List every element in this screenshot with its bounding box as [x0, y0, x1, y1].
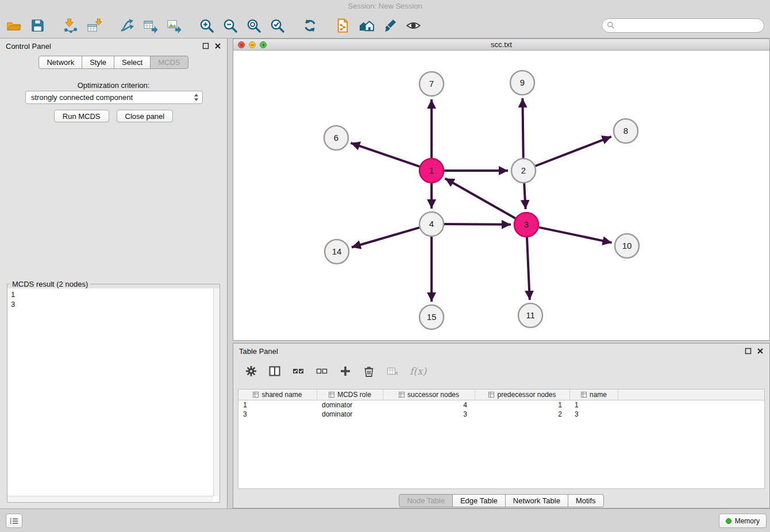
close-light-icon [240, 43, 244, 47]
graph-node-10[interactable]: 10 [615, 234, 639, 258]
graph-edge-2-9[interactable] [522, 98, 523, 158]
result-horizontal-scrollbar[interactable] [7, 496, 213, 502]
float-window-icon[interactable] [745, 348, 752, 354]
add-column-button[interactable] [339, 365, 352, 377]
column-type-icon [253, 392, 259, 398]
memory-button[interactable]: Memory [719, 514, 767, 528]
memory-status-icon [726, 518, 732, 524]
graph-canvas[interactable]: 7968124314101511 [233, 51, 769, 340]
column-header-label: successor nodes [407, 391, 459, 399]
run-mcds-button[interactable]: Run MCDS [54, 110, 109, 122]
tab-network-table[interactable]: Network Table [505, 494, 568, 507]
graph-edge-2-3[interactable] [524, 183, 525, 209]
graph-node-7[interactable]: 7 [419, 72, 444, 96]
tab-network[interactable]: Network [38, 56, 82, 69]
select-all-icon [292, 365, 305, 377]
close-panel-icon[interactable] [757, 348, 764, 354]
column-header-successor-nodes[interactable]: successor nodes [383, 390, 475, 400]
function-builder-button[interactable]: f(x) [410, 365, 426, 377]
column-header-shared-name[interactable]: shared name [238, 390, 317, 400]
mcds-result-list: 13 [7, 288, 220, 502]
split-view-button[interactable] [268, 365, 281, 377]
paint-button[interactable] [380, 16, 399, 34]
plus-icon [339, 365, 352, 377]
table-cell: 3 [570, 410, 618, 418]
graph-node-8[interactable]: 8 [614, 119, 638, 143]
float-window-icon[interactable] [202, 43, 209, 49]
graph-edge-4-3[interactable] [444, 224, 511, 225]
graph-node-1[interactable]: 1 [419, 159, 444, 183]
new-network-button[interactable] [117, 16, 136, 34]
criterion-select-value: strongly connected component [31, 93, 194, 102]
graph-edge-2-8[interactable] [536, 137, 611, 166]
search-input[interactable] [602, 18, 764, 33]
split-columns-icon [268, 365, 281, 377]
zoom-in-button[interactable] [197, 16, 215, 34]
column-type-icon [399, 392, 405, 398]
graph-node-9[interactable]: 9 [510, 71, 534, 95]
status-bar: Memory [0, 508, 770, 532]
tab-style[interactable]: Style [82, 56, 114, 69]
refresh-button[interactable] [301, 16, 319, 34]
delete-column-button[interactable] [363, 365, 375, 377]
home-button[interactable] [357, 16, 375, 34]
graph-node-3[interactable]: 3 [514, 213, 538, 237]
open-file-button[interactable] [5, 16, 23, 34]
graph-edge-3-11[interactable] [527, 237, 530, 300]
save-session-button[interactable] [28, 16, 47, 34]
graph-node-14[interactable]: 14 [325, 240, 349, 264]
report-button[interactable] [333, 16, 352, 34]
graph-node-15[interactable]: 15 [419, 305, 444, 329]
import-table-icon [86, 18, 102, 33]
result-vertical-scrollbar[interactable] [213, 288, 220, 496]
zoom-selected-button[interactable] [268, 16, 286, 34]
column-header-name[interactable]: name [570, 390, 618, 400]
import-table-button[interactable] [84, 16, 103, 34]
column-header-predecessor-nodes[interactable]: predecessor nodes [475, 390, 570, 400]
close-panel-button[interactable]: Close panel [117, 110, 174, 122]
graph-node-11[interactable]: 11 [518, 303, 542, 327]
tab-mcds[interactable]: MCDS [150, 56, 188, 69]
tab-select[interactable]: Select [114, 56, 151, 69]
export-table-button[interactable] [141, 16, 159, 34]
graph-edge-3-10[interactable] [539, 228, 612, 243]
svg-text:15: 15 [427, 312, 437, 322]
table-row[interactable]: 1dominator411 [238, 400, 764, 410]
column-header-label: name [590, 391, 607, 399]
column-header-label: MCDS role [337, 391, 371, 399]
delete-table-button[interactable] [386, 365, 399, 377]
graph-node-4[interactable]: 4 [419, 212, 444, 236]
zoom-out-button[interactable] [221, 16, 239, 34]
tab-motifs[interactable]: Motifs [568, 494, 604, 507]
optimization-criterion-label: Optimization criterion: [0, 81, 227, 90]
svg-text:7: 7 [429, 79, 434, 88]
tab-node-table[interactable]: Node Table [399, 494, 453, 507]
svg-text:8: 8 [623, 126, 628, 136]
svg-text:1: 1 [429, 165, 434, 175]
graph-node-2[interactable]: 2 [511, 159, 536, 183]
table-settings-button[interactable] [245, 365, 257, 377]
minimize-window-button[interactable] [249, 41, 256, 48]
criterion-select[interactable]: strongly connected component [25, 91, 203, 104]
eye-button[interactable] [404, 16, 422, 34]
svg-text:9: 9 [520, 78, 525, 87]
export-image-button[interactable] [164, 16, 183, 34]
zoom-fit-button[interactable] [244, 16, 263, 34]
tab-edge-table[interactable]: Edge Table [452, 494, 506, 507]
close-window-button[interactable] [238, 41, 245, 48]
graph-edge-3-1[interactable] [445, 178, 515, 218]
select-all-columns-button[interactable] [292, 365, 305, 377]
graph-edge-1-6[interactable] [351, 143, 420, 167]
zoom-out-icon [222, 18, 238, 33]
graph-edge-4-14[interactable] [352, 228, 419, 247]
table-cell: 4 [383, 401, 475, 409]
control-panel-title: Control Panel [6, 42, 51, 51]
close-panel-icon[interactable] [214, 43, 221, 49]
import-network-button[interactable] [61, 16, 79, 34]
table-row[interactable]: 3dominator323 [238, 410, 764, 419]
column-header-MCDS-role[interactable]: MCDS role [317, 390, 383, 400]
task-history-button[interactable] [6, 514, 22, 528]
zoom-window-button[interactable] [260, 41, 267, 48]
unselect-all-columns-button[interactable] [315, 365, 328, 377]
graph-node-6[interactable]: 6 [324, 126, 348, 150]
